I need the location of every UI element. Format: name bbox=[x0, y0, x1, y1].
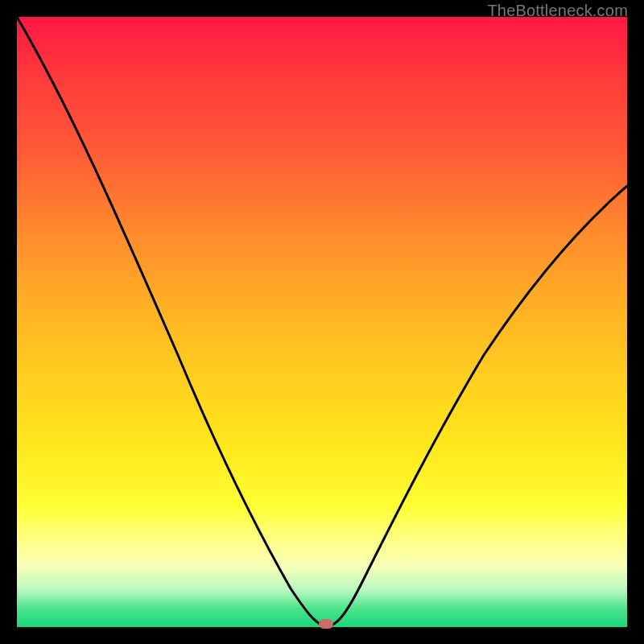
optimal-marker bbox=[319, 619, 333, 629]
chart-frame: TheBottleneck.com bbox=[0, 0, 644, 644]
watermark-text: TheBottleneck.com bbox=[487, 2, 628, 20]
gradient-plot-area bbox=[17, 17, 627, 627]
